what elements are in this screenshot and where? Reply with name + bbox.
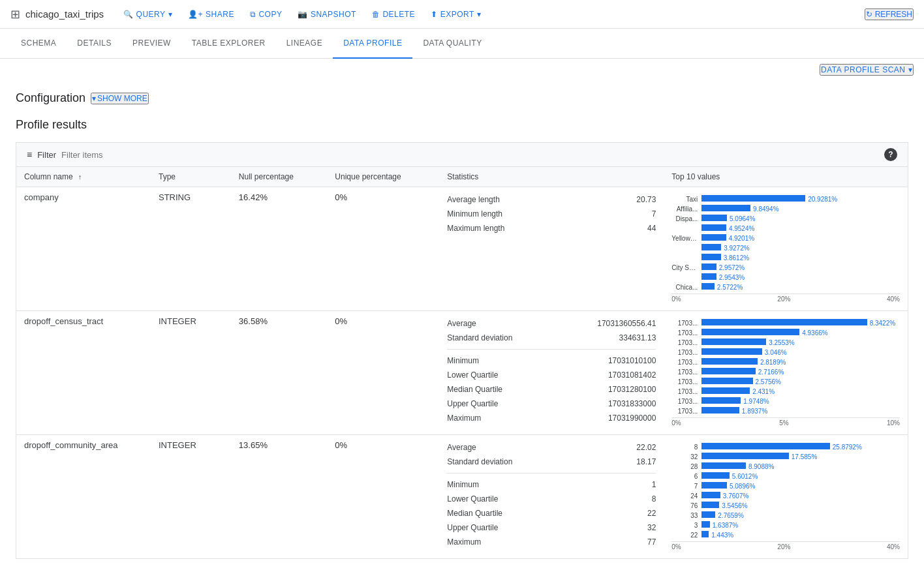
tab-data-profile[interactable]: DATA PROFILE	[333, 29, 412, 59]
tab-schema[interactable]: SCHEMA	[10, 29, 67, 59]
filter-input[interactable]	[61, 150, 879, 160]
chart-pct-label: 8.9088%	[748, 463, 774, 470]
cell-statistics: Average length20.73Minimum length7Maximu…	[439, 187, 664, 311]
chart-pct-label: 1.8937%	[742, 408, 767, 415]
col-header-top10: Top 10 values	[664, 167, 908, 187]
chart-bar-wrap: 3.8612%	[701, 254, 900, 262]
chart-row: 221.443%	[671, 531, 900, 539]
copy-button[interactable]: ⧉ COPY	[243, 7, 289, 22]
tab-preview[interactable]: PREVIEW	[122, 29, 181, 59]
chart-row: 2.9543%	[671, 273, 900, 281]
stat-value: 8	[578, 494, 656, 504]
share-button[interactable]: 👤+ SHARE	[181, 7, 241, 22]
chart-pct-label: 20.9281%	[808, 196, 837, 203]
stat-row: Minimum17031010100	[447, 354, 656, 368]
data-profile-scan-button[interactable]: DATA PROFILE SCAN ▾	[820, 64, 914, 76]
table-row: dropoff_census_tractINTEGER36.58%0%Avera…	[16, 311, 908, 435]
stat-label: Average	[447, 443, 476, 452]
chart-bar	[701, 378, 752, 384]
col-header-unique-pct[interactable]: Unique percentage	[327, 167, 439, 187]
chart-bar-wrap: 3.046%	[701, 348, 900, 356]
cell-null-pct: 13.65%	[231, 435, 327, 559]
chart-row: 3.8612%	[671, 254, 900, 262]
chart-row: 3217.585%	[671, 453, 900, 460]
page-title: chicago_taxi_trips	[25, 8, 104, 20]
tab-lineage[interactable]: LINEAGE	[276, 29, 333, 59]
axis-label: 0%	[671, 295, 681, 303]
tab-table-explorer[interactable]: TABLE EXPLORER	[181, 29, 276, 59]
snapshot-icon: 📷	[298, 10, 308, 19]
config-title: Configuration	[16, 91, 85, 105]
stat-value: 32	[578, 523, 656, 532]
cell-column-name: dropoff_community_area	[16, 435, 151, 559]
chart-pct-label: 2.5722%	[717, 284, 743, 291]
stat-value: 7	[578, 209, 656, 218]
chart-bar	[701, 521, 709, 528]
delete-button[interactable]: 🗑 DELETE	[365, 7, 422, 22]
chart-bar-wrap: 1.8937%	[701, 407, 900, 415]
chevron-down-icon: ▾	[908, 65, 913, 74]
chart-row: Yellow Cab4.9201%	[671, 234, 900, 242]
cell-unique-pct: 0%	[327, 435, 439, 559]
search-icon: 🔍	[123, 10, 134, 19]
chart-pct-label: 9.8494%	[753, 205, 778, 213]
chart-bar-wrap: 4.9366%	[701, 329, 900, 337]
chart-label: 32	[671, 453, 698, 460]
chart-container: Taxi20.9281%Affilia...9.8494%Dispa...5.0…	[671, 192, 900, 305]
chart-bar-wrap: 5.0896%	[701, 482, 900, 490]
chart-bar-wrap: 3.2553%	[701, 339, 900, 346]
chart-bar	[701, 472, 730, 479]
sub-toolbar: DATA PROFILE SCAN ▾	[0, 59, 924, 81]
refresh-button[interactable]: ↻ REFRESH	[865, 8, 914, 20]
toolbar-actions: 🔍 QUERY ▾ 👤+ SHARE ⧉ COPY 📷 SNAPSHOT 🗑 D…	[117, 7, 487, 22]
chart-row: Affilia...9.8494%	[671, 205, 900, 213]
chart-bar	[701, 215, 727, 221]
chart-pct-label: 2.9572%	[719, 264, 745, 271]
stat-label: Upper Quartile	[447, 523, 498, 532]
stat-row: Maximum17031990000	[447, 411, 656, 425]
chevron-down-icon: ▾	[477, 10, 482, 19]
col-header-name[interactable]: Column name ↑	[16, 167, 151, 187]
chart-row: 1703...1.8937%	[671, 407, 900, 415]
chart-bar	[701, 531, 709, 537]
chart-bar	[701, 234, 726, 241]
tab-details[interactable]: DETAILS	[67, 29, 122, 59]
chart-bar-wrap: 2.431%	[701, 387, 900, 395]
filter-icon: ≡	[27, 149, 32, 160]
help-icon[interactable]: ?	[884, 148, 897, 161]
delete-icon: 🗑	[372, 10, 380, 19]
chart-bar-wrap: 2.8189%	[701, 358, 900, 366]
chart-bar	[701, 224, 726, 231]
export-button[interactable]: ⬆ EXPORT ▾	[424, 7, 487, 22]
chart-label: Chica...	[671, 284, 698, 291]
stat-value: 17031990000	[578, 414, 656, 423]
chart-row: 1703...2.431%	[671, 387, 900, 395]
chart-bar	[701, 254, 720, 260]
stat-label: Average length	[447, 195, 500, 204]
stat-label: Upper Quartile	[447, 399, 498, 408]
tab-data-quality[interactable]: DATA QUALITY	[412, 29, 492, 59]
chart-pct-label: 25.8792%	[833, 444, 862, 451]
chart-row: 1703...3.2553%	[671, 339, 900, 346]
chart-bar-wrap: 8.9088%	[701, 462, 900, 470]
chart-bar-wrap: 2.9543%	[701, 273, 900, 281]
chart-pct-label: 3.2553%	[769, 339, 794, 346]
chart-row: 1703...1.9748%	[671, 397, 900, 405]
query-button[interactable]: 🔍 QUERY ▾	[117, 7, 179, 22]
chart-bar	[701, 244, 721, 250]
chart-row: 332.7659%	[671, 511, 900, 519]
snapshot-button[interactable]: 📷 SNAPSHOT	[291, 7, 363, 22]
chart-label: 1703...	[671, 320, 698, 327]
stat-row: Lower Quartile8	[447, 492, 656, 506]
stat-value: 334631.13	[578, 333, 656, 342]
chart-label: 76	[671, 502, 698, 509]
chart-pct-label: 2.8189%	[760, 359, 786, 366]
chart-pct-label: 3.046%	[765, 349, 787, 356]
chart-bar-wrap: 8.3422%	[701, 319, 900, 327]
show-more-button[interactable]: ▾ SHOW MORE	[91, 93, 149, 104]
col-header-type[interactable]: Type	[151, 167, 231, 187]
chart-axis: 0%5%10%	[671, 417, 900, 427]
chart-label: 28	[671, 463, 698, 470]
cell-type: INTEGER	[151, 435, 231, 559]
col-header-null-pct[interactable]: Null percentage	[231, 167, 327, 187]
